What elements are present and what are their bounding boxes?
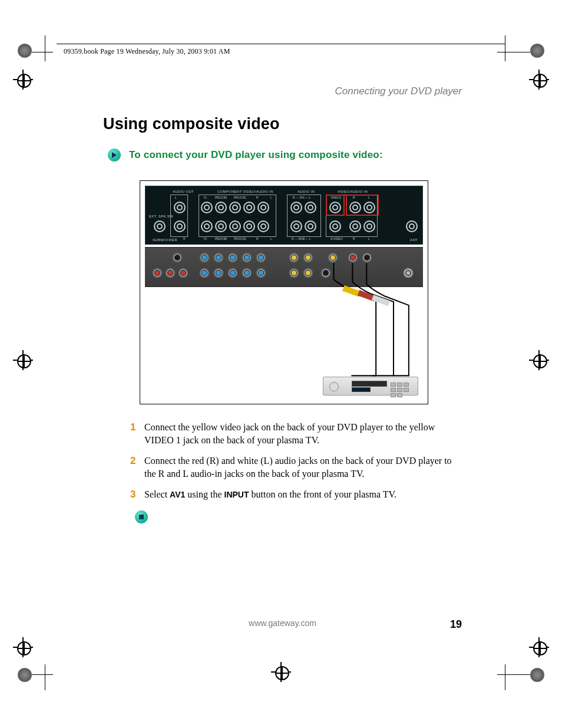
registration-mark-icon	[529, 350, 549, 370]
procedure-heading-row: To connect your DVD player using composi…	[108, 149, 462, 162]
play-icon	[108, 149, 121, 162]
crop-line-icon	[505, 35, 505, 61]
svg-marker-0	[112, 152, 117, 158]
step-2: 2 Connect the red (R) and white (L) audi…	[130, 454, 462, 488]
crop-ornament-icon	[18, 44, 32, 58]
page-footer: www.gateway.com 19	[103, 618, 462, 628]
step-text: Connect the yellow video jack on the bac…	[144, 422, 435, 445]
registration-mark-icon	[529, 70, 549, 90]
crop-ornament-icon	[18, 668, 32, 682]
cable-lines	[140, 181, 428, 404]
step-3: 3 Select AV1 using the INPUT button on t…	[130, 488, 462, 509]
crop-line-icon	[505, 664, 505, 690]
crop-line-icon	[497, 52, 530, 52]
page-title: Using composite video	[103, 115, 462, 133]
svg-rect-3	[372, 295, 390, 307]
running-head: 09359.book Page 19 Wednesday, July 30, 2…	[64, 47, 230, 56]
crop-line-icon	[45, 664, 45, 690]
step-number: 2	[130, 454, 135, 468]
steps-list: 1 Connect the yellow video jack on the b…	[130, 421, 462, 509]
header-rule	[57, 44, 505, 44]
registration-mark-icon	[529, 637, 549, 657]
crop-line-icon	[497, 674, 530, 675]
crop-line-icon	[45, 35, 45, 61]
crop-line-icon	[32, 52, 53, 52]
crop-ornament-icon	[530, 668, 544, 682]
crop-ornament-icon	[530, 44, 544, 58]
step-number: 1	[130, 421, 135, 434]
registration-mark-icon	[13, 350, 33, 370]
step-text: Connect the red (R) and white (L) audio …	[144, 456, 452, 479]
connection-diagram: AUDIO OUT COMPONENT VIDEO/AUDIO IN AUDIO…	[140, 180, 428, 404]
registration-mark-icon	[13, 70, 33, 90]
crop-line-icon	[32, 674, 53, 675]
step-1: 1 Connect the yellow video jack on the b…	[130, 421, 462, 454]
footer-url: www.gateway.com	[249, 618, 316, 628]
procedure-heading: To connect your DVD player using composi…	[129, 149, 383, 161]
step-number: 3	[130, 488, 135, 502]
page: 09359.book Page 19 Wednesday, July 30, 2…	[0, 0, 562, 728]
dvd-player-icon	[323, 377, 418, 396]
registration-mark-icon	[13, 637, 33, 657]
registration-mark-icon	[271, 662, 291, 682]
step-text: Select AV1 using the INPUT button on the…	[144, 489, 396, 499]
page-number: 19	[450, 618, 462, 631]
chapter-heading: Connecting your DVD player	[335, 85, 462, 97]
stop-icon	[135, 510, 148, 523]
content-area: Using composite video To connect your DV…	[103, 115, 462, 523]
